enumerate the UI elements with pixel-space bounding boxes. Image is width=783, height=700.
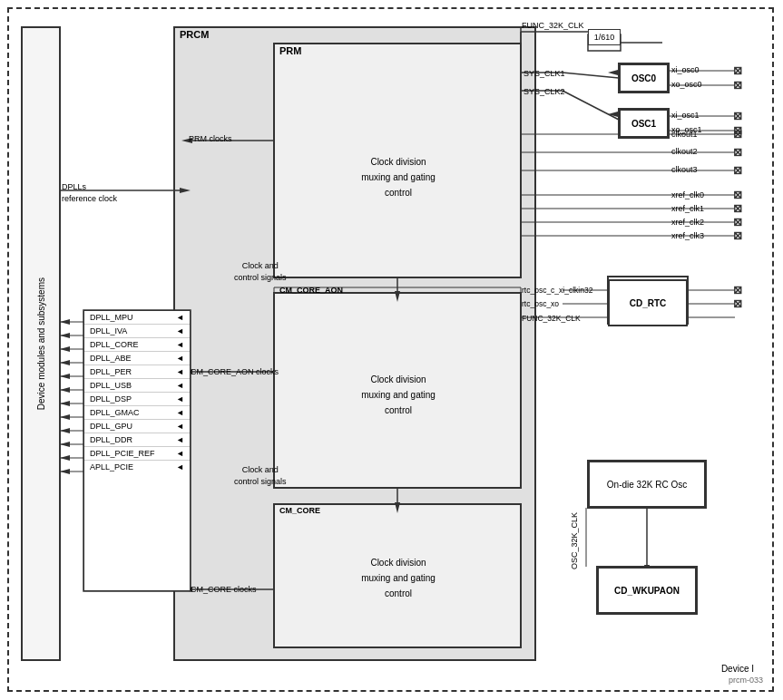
clock-control-1-label: Clock andcontrol signals (234, 260, 287, 283)
dpll-item-ddr: DPLL_DDR◄ (84, 433, 190, 447)
svg-marker-67 (60, 428, 70, 433)
osc0-box: OSC0 (619, 63, 669, 92)
svg-marker-64 (60, 387, 70, 393)
svg-marker-40 (395, 291, 400, 302)
sys-clk2-label: SYS_CLK2 (524, 87, 565, 96)
sys-clk1-label: SYS_CLK1 (524, 69, 565, 78)
device-modules-box: Device modules and subsystems (22, 27, 60, 660)
cm-core-aon-clocks-label: CM_CORE_AON clocks (191, 367, 279, 376)
dpll-item-apll-pcie: APLL_PCIE◄ (84, 461, 190, 473)
cm-core-aon-clock-div-text: Clock divisionmuxing and gatingcontrol (277, 308, 520, 481)
dpll-item-iva: DPLL_IVA◄ (84, 325, 190, 338)
clkout3-label: clkout3 (671, 165, 698, 174)
rtc-osc-xo-label: rtc_osc_xo (522, 299, 559, 308)
cm-core-aon-label: CM_CORE_AON (279, 286, 343, 295)
osc-32k-clk-label: OSC_32K_CLK (570, 512, 579, 569)
clkout2-label: clkout2 (671, 147, 698, 156)
svg-marker-65 (60, 401, 70, 406)
svg-marker-68 (60, 442, 70, 447)
dpll-item-dsp: DPLL_DSP◄ (84, 393, 190, 406)
svg-text:⊠: ⊠ (733, 202, 742, 215)
cm-core-clocks-label: CM_CORE clocks (191, 585, 257, 594)
xref-clk0-label: xref_clk0 (671, 190, 704, 199)
dpll-item-gmac: DPLL_GMAC◄ (84, 406, 190, 420)
on-die-osc-box: On-die 32K RC Osc (588, 461, 706, 508)
svg-marker-69 (60, 455, 70, 461)
watermark: prcm-033 (729, 676, 763, 685)
rtc-osc-xi-label: rtc_osc_c_xi_clkin32 (522, 286, 592, 295)
dpll-item-core: DPLL_CORE◄ (84, 338, 190, 352)
prm-label: PRM (279, 45, 301, 56)
svg-marker-63 (60, 374, 70, 379)
prcm-label: PRCM (180, 29, 209, 40)
clkout1-label: clkout1 (671, 130, 698, 139)
svg-line-19 (563, 91, 619, 120)
svg-text:⊠: ⊠ (733, 284, 742, 297)
svg-marker-20 (608, 112, 618, 117)
main-diagram-container: ⊠ ⊠ ⊠ ⊠ ⊠ ⊠ ⊠ ⊠ ⊠ ⊠ ⊠ ⊠ ⊠ PRCM PRM Clock… (7, 7, 774, 692)
dpll-item-abe: DPLL_ABE◄ (84, 352, 190, 365)
div-ratio-box: 1/610 (588, 29, 621, 45)
svg-text:⊠: ⊠ (733, 229, 742, 242)
svg-marker-17 (608, 70, 618, 75)
cd-wkupaon-box: CD_WKUPAON (597, 567, 697, 614)
svg-marker-60 (60, 333, 70, 338)
cm-core-clock-div-text: Clock divisionmuxing and gatingcontrol (277, 512, 520, 644)
dplls-list-box: DPLL_MPU◄ DPLL_IVA◄ DPLL_CORE◄ DPLL_ABE◄… (83, 310, 191, 591)
osc1-box: OSC1 (619, 109, 669, 138)
svg-text:⊠: ⊠ (733, 146, 742, 159)
xi-osc1-label: xi_osc1 (671, 111, 700, 120)
svg-line-16 (563, 73, 619, 78)
dplls-ref-clock-label: DPLLsreference clock (62, 181, 117, 204)
svg-text:⊠: ⊠ (733, 79, 742, 92)
svg-text:⊠: ⊠ (733, 128, 742, 141)
xo-osc0-label: xo_osc0 (671, 80, 702, 89)
svg-marker-61 (60, 346, 70, 352)
dpll-item-usb: DPLL_USB◄ (84, 379, 190, 393)
prm-clocks-label: PRM clocks (189, 134, 232, 143)
svg-text:⊠: ⊠ (733, 110, 742, 122)
clock-control-2-label: Clock andcontrol signals (234, 464, 287, 487)
svg-text:⊠: ⊠ (733, 124, 742, 137)
svg-text:⊠: ⊠ (733, 189, 742, 201)
xref-clk3-label: xref_clk3 (671, 231, 704, 240)
svg-marker-70 (60, 469, 70, 474)
xi-osc0-label: xi_osc0 (671, 65, 700, 74)
device-modules-label: Device modules and subsystems (36, 277, 46, 410)
svg-marker-35 (180, 188, 191, 193)
dpll-item-per: DPLL_PER◄ (84, 365, 190, 379)
svg-text:⊠: ⊠ (733, 164, 742, 177)
dpll-item-mpu: DPLL_MPU◄ (84, 311, 190, 325)
svg-marker-66 (60, 414, 70, 420)
func-32k-clk-label: FUNC_32K_CLK (522, 21, 584, 30)
cd-rtc-box: CD_RTC (608, 279, 688, 326)
svg-text:⊠: ⊠ (733, 216, 742, 228)
svg-text:⊠: ⊠ (733, 64, 742, 77)
device-label: Device I (721, 664, 754, 674)
dpll-item-gpu: DPLL_GPU◄ (84, 420, 190, 433)
xref-clk2-label: xref_clk2 (671, 218, 704, 227)
svg-marker-62 (60, 360, 70, 365)
dpll-item-pcie-ref: DPLL_PCIE_REF◄ (84, 447, 190, 461)
func-32k-clk-2-label: FUNC_32K_CLK (522, 314, 581, 323)
prm-clock-div-text: Clock divisionmuxing and gatingcontrol (277, 82, 520, 272)
xref-clk1-label: xref_clk1 (671, 204, 704, 213)
svg-text:⊠: ⊠ (733, 297, 742, 310)
svg-marker-59 (60, 319, 70, 325)
